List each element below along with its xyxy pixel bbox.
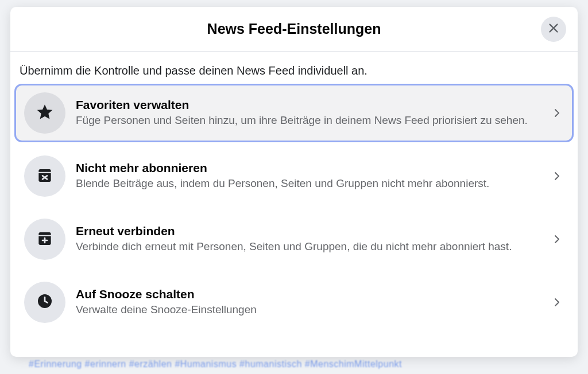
chevron-right-icon bbox=[550, 169, 564, 183]
option-desc: Verbinde dich erneut mit Personen, Seite… bbox=[76, 239, 540, 254]
option-erneut-verbinden[interactable]: Erneut verbinden Verbinde dich erneut mi… bbox=[16, 212, 572, 267]
close-button[interactable] bbox=[541, 17, 566, 42]
close-icon bbox=[547, 22, 560, 37]
option-text: Nicht mehr abonnieren Blende Beiträge au… bbox=[76, 161, 540, 191]
option-desc: Blende Beiträge aus, indem du Personen, … bbox=[76, 176, 540, 191]
option-icon-wrapper bbox=[24, 155, 65, 197]
chevron-right-icon bbox=[550, 232, 564, 246]
intro-text: Übernimm die Kontrolle und passe deinen … bbox=[16, 62, 572, 85]
option-desc: Verwalte deine Snooze-Einstellungen bbox=[76, 302, 540, 317]
unfollow-box-icon bbox=[36, 166, 54, 186]
option-text: Auf Snooze schalten Verwalte deine Snooz… bbox=[76, 287, 540, 317]
chevron-right-icon bbox=[550, 295, 564, 309]
option-text: Erneut verbinden Verbinde dich erneut mi… bbox=[76, 224, 540, 254]
modal-title: News Feed-Einstellungen bbox=[207, 21, 381, 37]
option-title: Erneut verbinden bbox=[76, 224, 540, 238]
modal-body: Übernimm die Kontrolle und passe deinen … bbox=[10, 52, 578, 357]
chevron-right-icon bbox=[550, 106, 564, 120]
backdrop-hashtags: #Erinnerung #erinnern #erzählen #Humanis… bbox=[29, 359, 402, 369]
news-feed-settings-modal: News Feed-Einstellungen Übernimm die Kon… bbox=[10, 7, 578, 357]
option-icon-wrapper bbox=[24, 282, 65, 323]
options-list: Favoriten verwalten Füge Personen und Se… bbox=[16, 85, 572, 330]
option-title: Auf Snooze schalten bbox=[76, 287, 540, 301]
option-nicht-mehr-abonnieren[interactable]: Nicht mehr abonnieren Blende Beiträge au… bbox=[16, 149, 572, 204]
option-desc: Füge Personen und Seiten hinzu, um ihre … bbox=[76, 113, 540, 128]
option-text: Favoriten verwalten Füge Personen und Se… bbox=[76, 98, 540, 128]
option-icon-wrapper bbox=[24, 92, 65, 134]
option-title: Nicht mehr abonnieren bbox=[76, 161, 540, 175]
star-icon bbox=[36, 103, 54, 123]
option-icon-wrapper bbox=[24, 219, 65, 260]
clock-icon bbox=[36, 292, 54, 313]
modal-header: News Feed-Einstellungen bbox=[10, 7, 578, 52]
reconnect-box-icon bbox=[36, 229, 54, 250]
option-favoriten-verwalten[interactable]: Favoriten verwalten Füge Personen und Se… bbox=[16, 85, 572, 141]
option-title: Favoriten verwalten bbox=[76, 98, 540, 112]
option-auf-snooze-schalten[interactable]: Auf Snooze schalten Verwalte deine Snooz… bbox=[16, 275, 572, 330]
